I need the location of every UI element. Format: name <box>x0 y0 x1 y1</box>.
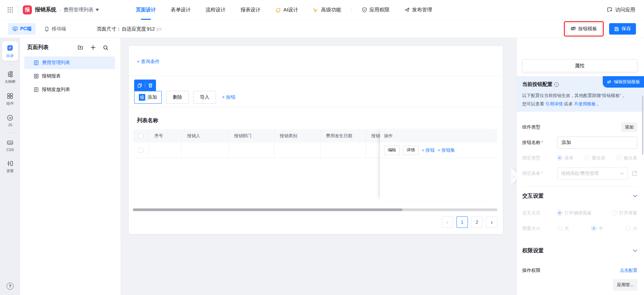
rail-item-js[interactable]: JS JS <box>2 111 18 129</box>
page-item-reimbursement-payout-list[interactable]: 报销发放列表 <box>24 83 115 96</box>
chevron-down-icon <box>633 195 637 197</box>
vertical-scrollbar-thumb[interactable] <box>642 96 643 155</box>
radio-open-side-panel[interactable]: 打开侧滑面板 <box>557 210 592 216</box>
new-folder-icon[interactable] <box>77 45 83 50</box>
select-all-checkbox[interactable] <box>138 134 143 139</box>
config-description: 以下配置仅当前按钮生效，其他配置跟随“按钮模板”， 您可以查看 引用详情 或者 … <box>522 91 639 108</box>
reference-detail-link[interactable]: 引用详情 <box>545 101 563 106</box>
pagination-prev-button[interactable]: ‹ <box>442 216 453 228</box>
css-icon: CSS <box>7 139 13 146</box>
radio-icon <box>626 226 631 231</box>
shield-check-icon <box>362 7 367 13</box>
column-header[interactable]: 费用发生日期 <box>321 129 366 143</box>
interaction-mode-row: 交互方式 打开侧滑面板 打开弹窗 <box>522 207 637 219</box>
scrollbar-thumb[interactable] <box>133 208 402 211</box>
radio-selected-icon <box>591 226 596 231</box>
radio-aggregate-table[interactable]: 聚合表 <box>585 155 606 161</box>
rail-item-catalog[interactable]: 目录 <box>2 41 18 61</box>
page-item-reimbursement-report[interactable]: 报销报表 <box>24 70 115 83</box>
pages-panel: 页面列表 费用管理列表 <box>20 38 121 295</box>
column-header[interactable]: 报销部门 <box>229 129 274 143</box>
add-button-widget-selected[interactable]: 模 添加 <box>134 91 162 104</box>
data-table: 序号 报销人 报销部门 报销类别 费用发生日期 报销 <box>133 129 497 200</box>
bind-form-select[interactable]: 报销系统/费用管理 <box>557 167 628 180</box>
button-template-icon <box>571 26 576 32</box>
button-name-input[interactable]: 添加 <box>557 137 637 149</box>
access-app-button[interactable]: 访问应用 <box>607 7 635 13</box>
edit-button-template-button[interactable]: 编辑按钮模板 <box>603 76 644 88</box>
bind-type-row: 绑定类型 表单 聚合表 输出表 <box>522 152 637 164</box>
tab-report-design[interactable]: 报表设计 <box>233 0 268 20</box>
add-query-condition-link[interactable]: + 查询条件 <box>137 59 160 65</box>
column-header-clipped[interactable]: 报销 <box>366 129 380 143</box>
device-pc-toggle[interactable]: PC端 <box>8 23 36 35</box>
catalog-icon <box>6 44 14 52</box>
save-button[interactable]: 保存 <box>609 23 636 35</box>
panel-collapse-handle[interactable]: › <box>511 169 517 184</box>
row-add-button-set-link[interactable]: + 按钮集 <box>438 147 455 153</box>
button-template-button[interactable]: 按钮模板 <box>566 23 602 35</box>
import-button-widget[interactable]: 导入 <box>193 91 216 104</box>
page-item-expense-management-list[interactable]: 费用管理列表 <box>24 56 115 69</box>
radio-output-table[interactable]: 输出表 <box>616 155 638 161</box>
rail-item-settings[interactable]: 设置 <box>2 157 18 176</box>
tab-advanced-features[interactable]: 高级功能 <box>306 0 348 20</box>
search-icon[interactable] <box>103 45 108 50</box>
header-checkbox-cell <box>133 129 149 143</box>
pagination-next-button[interactable]: › <box>486 216 497 228</box>
rail-item-components[interactable]: 组件 <box>2 90 18 108</box>
help-button[interactable]: ? <box>7 283 14 290</box>
interaction-mode-radio-group: 打开侧滑面板 打开弹窗 <box>557 210 637 216</box>
apps-grid-icon[interactable] <box>7 7 13 13</box>
js-icon: JS <box>7 114 13 121</box>
tab-app-permissions[interactable]: 应用权限 <box>354 0 397 20</box>
delete-button-widget[interactable]: 删除 <box>166 91 189 104</box>
row-add-button-link[interactable]: + 按钮 <box>422 147 435 153</box>
pagination-page-2[interactable]: 2 <box>471 216 483 228</box>
click-configure-link[interactable]: 点击配置 <box>620 267 637 274</box>
copy-icon[interactable] <box>137 83 142 88</box>
device-mobile-toggle[interactable]: 移动端 <box>44 26 66 32</box>
add-new-button-link[interactable]: + 按钮 <box>222 94 235 100</box>
breadcrumb-page-name[interactable]: 费用管理列表 <box>63 7 94 13</box>
settings-icon <box>7 160 13 167</box>
column-header[interactable]: 报销人 <box>182 129 229 143</box>
divider <box>6 133 14 133</box>
rail-item-outline-tree[interactable]: 大纲树 <box>2 68 18 87</box>
radio-open-dialog[interactable]: 打开弹窗 <box>612 210 637 216</box>
tab-flow-design[interactable]: 流程设计 <box>198 0 233 20</box>
column-header[interactable]: 报销类别 <box>274 129 321 143</box>
pagination-page-1[interactable]: 1 <box>457 216 468 228</box>
pages-panel-title: 页面列表 <box>27 44 70 51</box>
tab-ai-design[interactable]: AI设计 <box>268 0 306 20</box>
open-form-icon[interactable] <box>632 170 637 176</box>
rail-item-css[interactable]: CSS CSS <box>2 136 18 154</box>
radio-form[interactable]: 表单 <box>557 155 574 161</box>
radio-size-small[interactable]: 小 <box>626 226 638 232</box>
no-template-link[interactable]: 不使用模板 <box>574 101 596 106</box>
divider <box>129 107 503 107</box>
pages-panel-header: 页面列表 <box>20 44 118 56</box>
table-cell <box>321 143 366 158</box>
radio-size-large[interactable]: 大 <box>557 226 569 232</box>
app-admin-button[interactable]: 应用管... <box>613 279 637 291</box>
row-checkbox[interactable] <box>138 148 143 153</box>
tab-publish-management[interactable]: 发布管理 <box>397 0 439 20</box>
tab-form-design[interactable]: 表单设计 <box>163 0 198 20</box>
horizontal-scrollbar[interactable] <box>133 208 497 211</box>
page-dropdown-caret-icon[interactable] <box>96 9 99 11</box>
tab-page-design[interactable]: 页面设计 <box>128 0 163 20</box>
svg-text:CSS: CSS <box>8 142 12 144</box>
permission-settings-header[interactable]: 权限设置 <box>522 247 637 254</box>
chevron-right-icon: › <box>513 174 515 179</box>
components-icon <box>7 93 13 99</box>
add-page-icon[interactable] <box>91 45 96 50</box>
trash-icon[interactable] <box>148 83 153 88</box>
interaction-settings-header[interactable]: 交互设置 <box>522 193 637 200</box>
row-edit-button[interactable]: 编辑 <box>384 146 400 155</box>
info-icon[interactable]: i <box>554 82 559 87</box>
column-header[interactable]: 序号 <box>149 129 182 143</box>
top-navbar: 报 报销系统 › 费用管理列表 页面设计 表单设计 流程设计 报表设计 AI设计 <box>0 0 644 20</box>
radio-size-medium[interactable]: 中 <box>591 226 603 232</box>
row-detail-button[interactable]: 详情 <box>403 146 419 155</box>
